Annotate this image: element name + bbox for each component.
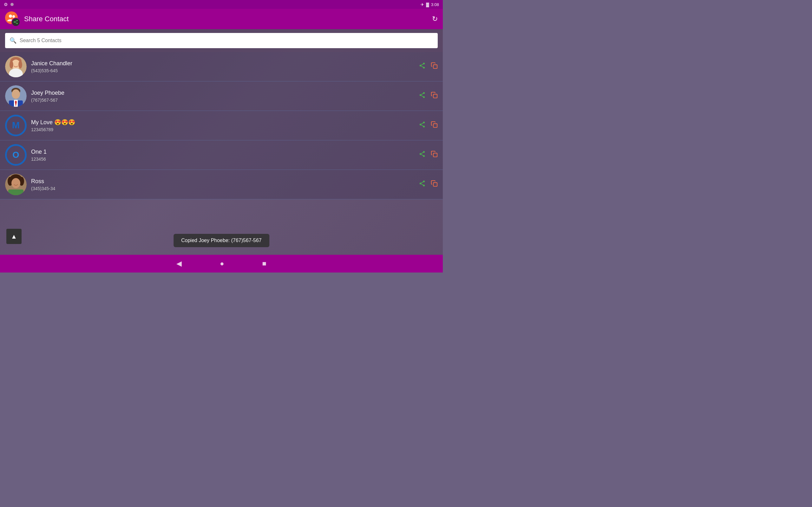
search-icon: 🔍 (9, 37, 16, 44)
contact-item-joey-phoebe[interactable]: Joey Phoebe (767)567-567 (0, 81, 443, 111)
app-bar-left: Share Contact (5, 11, 69, 26)
svg-rect-18 (433, 65, 437, 68)
contact-name: Janice Chandler (31, 60, 414, 67)
status-bar-right: ✈ ▓ 3:08 (420, 2, 439, 7)
svg-line-29 (420, 95, 424, 97)
contact-name: Joey Phoebe (31, 90, 414, 96)
svg-rect-30 (433, 94, 437, 98)
share-button-my-love[interactable] (419, 121, 426, 130)
svg-text:M: M (12, 120, 20, 130)
contact-item-one-1[interactable]: O One 1 123456 (0, 140, 443, 170)
svg-point-11 (9, 61, 13, 68)
svg-line-57 (420, 183, 424, 185)
home-button[interactable]: ● (220, 260, 224, 268)
contact-item-janice-chandler[interactable]: Janice Chandler (543)535-645 (0, 52, 443, 81)
search-input[interactable] (20, 38, 433, 43)
svg-rect-38 (433, 124, 437, 127)
svg-point-21 (12, 89, 20, 99)
svg-line-28 (420, 93, 424, 95)
svg-point-51 (11, 178, 20, 188)
svg-line-5 (14, 20, 17, 22)
app-bar-title: Share Contact (24, 15, 69, 23)
app-bar: Share Contact ↻ (0, 9, 443, 29)
refresh-button[interactable]: ↻ (432, 15, 438, 23)
back-button[interactable]: ◀ (176, 260, 182, 268)
status-bar-left: ⚙ (4, 2, 14, 7)
share-button-ross[interactable] (419, 180, 426, 189)
svg-line-16 (420, 64, 424, 66)
battery-icon: ▓ (426, 2, 429, 7)
status-bar: ⚙ ✈ ▓ 3:08 (0, 0, 443, 9)
recent-button[interactable]: ■ (262, 260, 266, 268)
svg-line-45 (420, 154, 424, 156)
avatar-my-love: M (5, 115, 27, 136)
copy-button-one-1[interactable] (431, 151, 438, 159)
copy-button-janice[interactable] (431, 62, 438, 71)
dot-icon (10, 3, 14, 6)
scroll-top-button[interactable]: ▲ (6, 229, 21, 244)
search-bar: 🔍 (5, 33, 438, 48)
avatar-ross (5, 174, 27, 195)
gear-icon: ⚙ (4, 2, 8, 7)
contact-actions-joey (419, 92, 438, 101)
contact-phone: 123456789 (31, 127, 414, 132)
svg-rect-58 (433, 182, 437, 186)
app-icon (5, 11, 20, 26)
contact-info-joey-phoebe: Joey Phoebe (767)567-567 (31, 90, 414, 103)
contact-item-my-love[interactable]: M My Love 😍😍😍 123456789 (0, 111, 443, 140)
contact-list: Janice Chandler (543)535-645 (0, 52, 443, 199)
svg-line-36 (420, 123, 424, 124)
app-icon-overlay (11, 18, 20, 26)
svg-point-1 (12, 15, 15, 18)
copy-button-my-love[interactable] (431, 121, 438, 130)
svg-point-0 (9, 14, 12, 18)
contact-actions-one-1 (419, 151, 438, 159)
svg-rect-46 (433, 153, 437, 157)
scroll-top-icon: ▲ (11, 233, 17, 240)
share-button-janice[interactable] (419, 62, 426, 71)
share-button-one-1[interactable] (419, 151, 426, 159)
svg-rect-52 (8, 189, 23, 195)
avatar-janice-chandler (5, 56, 27, 77)
toast-notification: Copied Joey Phoebe: (767)567-567 (173, 234, 269, 247)
svg-line-37 (420, 124, 424, 126)
svg-line-44 (420, 152, 424, 154)
contact-phone: (543)535-645 (31, 68, 414, 73)
svg-line-6 (14, 22, 17, 24)
contact-actions-ross (419, 180, 438, 189)
search-container: 🔍 (0, 29, 443, 52)
plane-icon: ✈ (420, 2, 424, 7)
contact-actions-janice (419, 62, 438, 71)
copy-button-ross[interactable] (431, 180, 438, 189)
contact-item-ross[interactable]: Ross (345)345-34 (0, 170, 443, 199)
copy-button-joey[interactable] (431, 92, 438, 101)
time-display: 3:08 (431, 2, 439, 7)
contact-name: Ross (31, 178, 414, 185)
contact-phone: 123456 (31, 157, 414, 162)
contact-info-ross: Ross (345)345-34 (31, 178, 414, 191)
contact-phone: (345)345-34 (31, 186, 414, 191)
contact-info-one-1: One 1 123456 (31, 149, 414, 162)
contact-phone: (767)567-567 (31, 98, 414, 103)
svg-point-12 (18, 61, 22, 68)
avatar-one-1: O (5, 144, 27, 166)
nav-bar: ◀ ● ■ (0, 255, 443, 273)
svg-line-56 (420, 181, 424, 183)
contact-actions-my-love (419, 121, 438, 130)
share-button-joey[interactable] (419, 92, 426, 101)
contact-info-janice-chandler: Janice Chandler (543)535-645 (31, 60, 414, 73)
avatar-joey-phoebe (5, 85, 27, 107)
contact-name: One 1 (31, 149, 414, 155)
toast-message: Copied Joey Phoebe: (767)567-567 (181, 238, 262, 243)
contact-name: My Love 😍😍😍 (31, 119, 414, 126)
contact-info-my-love: My Love 😍😍😍 123456789 (31, 119, 414, 132)
svg-line-17 (420, 66, 424, 67)
svg-text:O: O (12, 150, 19, 160)
